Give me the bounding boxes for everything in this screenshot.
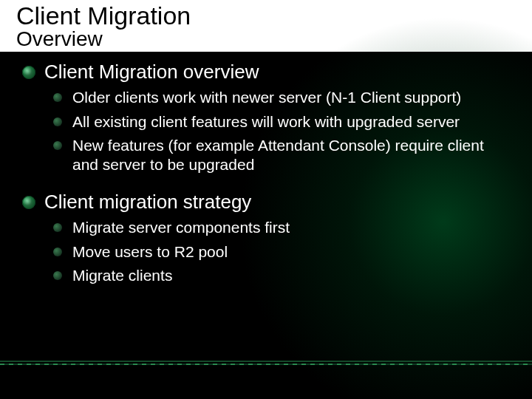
footer-divider [0, 361, 532, 365]
list-item: Migrate clients [53, 266, 510, 285]
list-item: Move users to R2 pool [53, 242, 510, 262]
section-heading: Client migration strategy [22, 191, 510, 214]
section-heading-text: Client Migration overview [44, 61, 259, 83]
sub-list: Older clients work with newer server (N-… [22, 88, 510, 174]
bullet-sphere-icon [22, 66, 35, 79]
list-item: Older clients work with newer server (N-… [53, 88, 510, 107]
sub-list: Migrate server components first Move use… [22, 218, 510, 285]
divider-dots [0, 364, 532, 365]
list-item: New features (for example Attendant Cons… [53, 136, 510, 175]
list-item: All existing client features will work w… [53, 112, 510, 132]
section-overview: Client Migration overview Older clients … [22, 61, 510, 174]
slide: Client Migration Overview Client Migrati… [0, 0, 532, 399]
content-area: Client Migration overview Older clients … [0, 52, 532, 285]
slide-title: Client Migration [16, 3, 516, 30]
slide-subtitle: Overview [16, 28, 516, 51]
section-heading-text: Client migration strategy [44, 191, 251, 214]
divider-line [0, 361, 532, 362]
title-band: Client Migration Overview [0, 0, 532, 52]
section-heading: Client Migration overview [22, 61, 510, 83]
list-item: Migrate server components first [53, 218, 510, 237]
section-strategy: Client migration strategy Migrate server… [22, 191, 510, 285]
bullet-sphere-icon [22, 196, 35, 209]
